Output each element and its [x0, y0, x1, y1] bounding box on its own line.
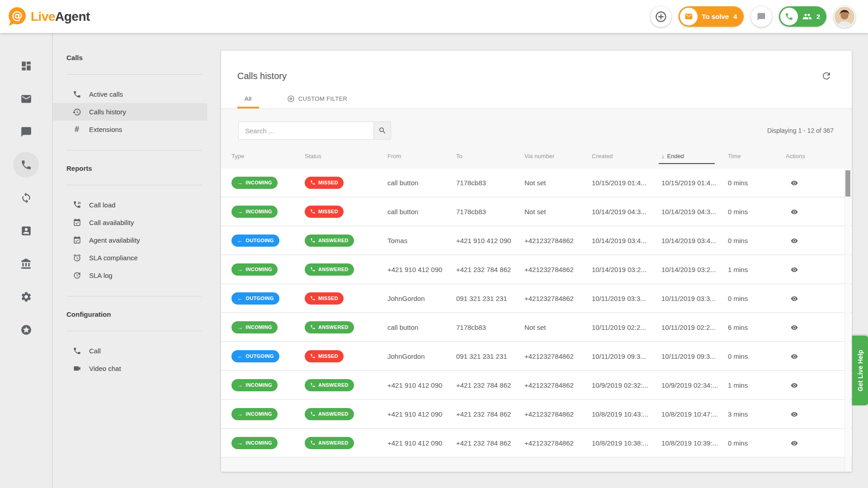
nav-item-sla-log[interactable]: SLA log — [53, 267, 207, 284]
view-call-details-button[interactable] — [786, 351, 799, 360]
topbar-actions: To solve 4 2 — [651, 6, 855, 28]
column-header-created[interactable]: Created — [592, 153, 661, 160]
cell-to: 7178cb83 — [456, 208, 524, 216]
table-toolbar: Displaying 1 - 12 of 367 — [221, 109, 852, 148]
column-header-time[interactable]: Time — [728, 153, 786, 160]
table-row[interactable]: ←OUTGOING MISSED JohnGordon 091 321 231 … — [221, 284, 852, 313]
to-solve-button[interactable]: To solve 4 — [679, 6, 744, 27]
table-row[interactable]: →INCOMING ANSWERED +421 910 412 090 +421… — [221, 371, 852, 400]
column-header-via-number[interactable]: Via number — [524, 153, 592, 160]
table-row[interactable]: →INCOMING ANSWERED +421 910 412 090 +421… — [221, 255, 852, 284]
nav-item-call-load[interactable]: Call load — [53, 196, 207, 214]
eye-icon — [789, 295, 799, 302]
calls-online-button[interactable]: 2 — [779, 6, 826, 27]
sidebar-item-tickets[interactable] — [0, 82, 52, 115]
chat-icon — [20, 126, 32, 138]
nav-item-label: Call availability — [89, 219, 134, 226]
table-rows: →INCOMING MISSED call button 7178cb83 No… — [221, 169, 852, 458]
view-call-details-button[interactable] — [786, 206, 799, 216]
cell-ended: 10/11/2019 03:3... — [661, 295, 728, 302]
liveagent-logo[interactable]: @ LiveAgent — [6, 6, 90, 27]
column-header-type[interactable]: Type — [231, 153, 305, 160]
filter-tabs: All CUSTOM FILTER — [221, 95, 852, 109]
call-status-badge: ANSWERED — [305, 379, 354, 391]
user-avatar[interactable] — [834, 6, 855, 28]
sidebar-item-billing[interactable] — [0, 247, 52, 280]
add-new-button[interactable] — [651, 6, 671, 27]
view-call-details-button[interactable] — [786, 293, 799, 302]
nav-section-title-configuration: Configuration — [66, 310, 207, 319]
sidebar-item-settings[interactable] — [0, 280, 52, 313]
cell-ended: 10/14/2019 03:2... — [661, 266, 728, 273]
vertical-scrollbar[interactable] — [844, 169, 850, 472]
nav-item-label: Video chat — [89, 365, 121, 372]
table-row[interactable]: →INCOMING ANSWERED +421 910 412 090 +421… — [221, 400, 852, 429]
cell-from: +421 910 412 090 — [387, 439, 456, 447]
sidebar-item-automation[interactable] — [0, 181, 52, 214]
column-header-ended[interactable]: ↓ Ended — [661, 153, 728, 160]
column-header-to[interactable]: To — [456, 153, 524, 160]
table-row[interactable]: ←OUTGOING ANSWERED Tomas +421 910 412 09… — [221, 226, 852, 255]
search-icon — [378, 127, 387, 135]
view-call-details-button[interactable] — [786, 178, 799, 187]
cell-via-number: +421232784862 — [524, 237, 592, 244]
plus-circle-icon — [287, 95, 295, 103]
cell-created: 10/11/2019 03:3... — [592, 295, 661, 302]
nav-item-calls-history[interactable]: Calls history — [53, 103, 207, 121]
nav-item-extensions[interactable]: # Extensions — [53, 121, 207, 138]
table-row[interactable]: →INCOMING MISSED call button 7178cb83 No… — [221, 169, 852, 197]
get-live-help-button[interactable]: Get Live Help — [852, 336, 868, 405]
sidebar-item-customers[interactable] — [0, 214, 52, 247]
phone-receiver-icon — [310, 324, 316, 330]
scrollbar-thumb[interactable] — [845, 170, 850, 197]
cell-created: 10/11/2019 09:3... — [592, 352, 661, 360]
sidebar-item-chats[interactable] — [0, 115, 52, 148]
search-input[interactable] — [238, 122, 374, 140]
sidebar-item-dashboard[interactable] — [0, 49, 52, 82]
view-call-details-button[interactable] — [786, 322, 799, 331]
view-call-details-button[interactable] — [786, 438, 799, 447]
sidebar-item-calls[interactable] — [0, 148, 52, 181]
nav-item-call-config[interactable]: Call — [53, 342, 207, 360]
tab-all[interactable]: All — [237, 95, 259, 108]
table-row[interactable]: →INCOMING ANSWERED +421 910 412 090 +421… — [221, 429, 852, 458]
phone-receiver-icon — [310, 353, 316, 359]
sort-descending-icon: ↓ — [661, 153, 665, 160]
nav-item-video-chat[interactable]: Video chat — [53, 360, 207, 377]
tab-custom-filter[interactable]: CUSTOM FILTER — [280, 95, 355, 108]
view-call-details-button[interactable] — [786, 264, 799, 273]
column-header-from[interactable]: From — [387, 153, 456, 160]
cell-time: 3 mins — [728, 410, 786, 418]
call-type-badge: ←OUTGOING — [231, 292, 279, 305]
column-header-actions[interactable]: Actions — [786, 153, 834, 160]
nav-item-sla-compliance[interactable]: SLA compliance — [53, 249, 207, 267]
tab-label: All — [245, 95, 252, 102]
table-row[interactable]: →INCOMING MISSED call button 7178cb83 No… — [221, 197, 852, 226]
clock-update-icon — [72, 271, 82, 280]
nav-section-title-reports: Reports — [66, 164, 207, 173]
sidebar-icon-rail — [0, 33, 53, 488]
hash-icon: # — [72, 125, 82, 134]
logo-bubble-icon: @ — [6, 6, 27, 27]
search-button[interactable] — [374, 122, 391, 140]
chats-button[interactable] — [751, 6, 772, 27]
cell-via-number: +421232784862 — [524, 295, 592, 302]
nav-item-active-calls[interactable]: Active calls — [53, 85, 207, 103]
column-header-status[interactable]: Status — [305, 153, 387, 160]
panel-header: Calls history — [221, 51, 852, 81]
direction-arrow-icon: → — [237, 267, 243, 272]
nav-item-call-availability[interactable]: Call availability — [53, 214, 207, 231]
table-row[interactable]: ←OUTGOING MISSED JohnGordon 091 321 231 … — [221, 342, 852, 371]
sidebar-item-getting-started[interactable] — [0, 313, 52, 346]
view-call-details-button[interactable] — [786, 235, 799, 244]
table-section: Displaying 1 - 12 of 367 Type Status Fro… — [221, 109, 852, 472]
phone-icon — [780, 8, 798, 25]
view-call-details-button[interactable] — [786, 380, 799, 389]
direction-arrow-icon: → — [237, 382, 243, 388]
reload-button[interactable] — [821, 70, 832, 81]
cell-ended: 10/15/2019 01:4... — [661, 179, 728, 187]
nav-item-agent-availability[interactable]: Agent availability — [53, 231, 207, 249]
table-row[interactable]: →INCOMING ANSWERED call button 7178cb83 … — [221, 313, 852, 342]
view-call-details-button[interactable] — [786, 409, 799, 418]
cell-via-number: +421232784862 — [524, 352, 592, 360]
